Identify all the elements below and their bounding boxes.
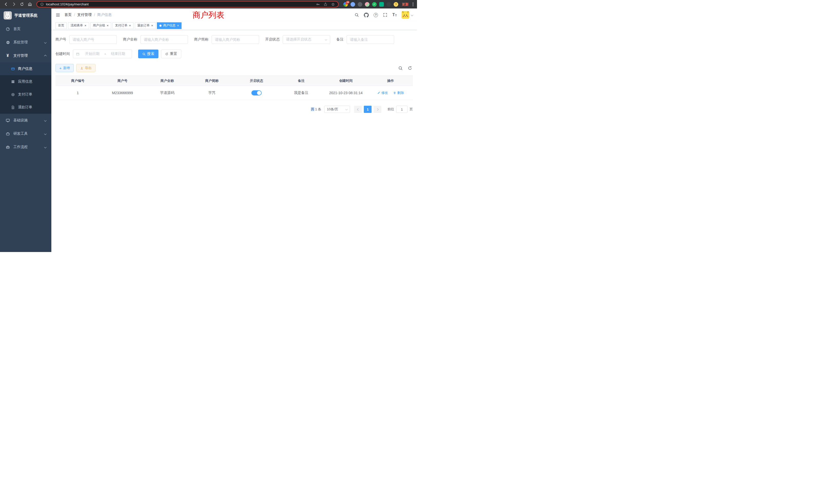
start-date-placeholder: 开始日期 — [81, 51, 104, 56]
breadcrumb-current: 商户信息 — [97, 13, 112, 17]
extension-colorwheel-icon[interactable]: 10 — [343, 2, 348, 7]
sidebar-logo[interactable]: 芋道管理系统 — [0, 8, 51, 22]
tab-user-group[interactable]: 用户分组 × — [90, 22, 111, 29]
password-key-icon[interactable] — [316, 2, 320, 6]
extension-globe-icon[interactable] — [358, 2, 362, 7]
payment-submenu: 商户信息 应用信息 支付订单 退款订单 — [0, 62, 51, 114]
reload-button[interactable] — [19, 1, 25, 8]
sidebar-item-payment[interactable]: ¥ 支付管理 — [0, 49, 51, 62]
user-avatar-menu[interactable] — [401, 11, 413, 19]
sidebar-item-dev-tools[interactable]: 研发工具 — [0, 127, 51, 140]
extension-smiley-icon[interactable]: ツ — [394, 2, 398, 7]
page-1-button[interactable]: 1 — [364, 106, 372, 113]
close-icon[interactable]: × — [177, 24, 179, 27]
col-header: 开启状态 — [234, 76, 279, 86]
breadcrumb-home[interactable]: 首页 — [64, 13, 72, 17]
reset-button[interactable]: 重置 — [161, 49, 181, 58]
edit-link[interactable]: 修改 — [377, 91, 388, 95]
merchant-table: 商户编号 商户号 商户全称 商户简称 开启状态 备注 创建时间 操作 1 M23… — [56, 75, 413, 100]
create-time-range-picker[interactable]: 开始日期 - 结束日期 — [73, 49, 132, 58]
sidebar-item-label: 基础设施 — [13, 118, 28, 123]
range-separator: - — [104, 52, 107, 56]
filter-create-time: 创建时间 开始日期 - 结束日期 — [56, 49, 132, 58]
extension-avatar-icon[interactable] — [365, 2, 370, 7]
github-icon[interactable] — [364, 13, 369, 18]
sidebar-item-refund-order[interactable]: 退款订单 — [0, 101, 51, 114]
col-header: 创建时间 — [324, 76, 368, 86]
sidebar-item-app-info[interactable]: 应用信息 — [0, 75, 51, 88]
sidebar-item-workflow[interactable]: 工作流程 — [0, 140, 51, 154]
sidebar-item-merchant-info[interactable]: 商户信息 — [0, 62, 51, 75]
grid-icon — [10, 80, 16, 84]
extension-pin-icon[interactable] — [387, 2, 391, 7]
breadcrumb-section[interactable]: 支付管理 — [77, 13, 92, 17]
remark-input[interactable] — [347, 35, 394, 44]
table-row: 1 M233666999 芋道源码 芋艿 我是备注 2021-10-23 08:… — [56, 86, 413, 100]
help-icon[interactable]: ? — [374, 13, 378, 17]
fullscreen-icon[interactable] — [383, 13, 388, 17]
browser-menu-icon[interactable] — [412, 2, 414, 7]
tab-refund-order[interactable]: 退款订单 × — [135, 22, 156, 29]
page-size-select[interactable]: 10条/页 — [324, 106, 350, 113]
delete-link[interactable]: 删除 — [393, 91, 404, 95]
top-navbar: 首页 / 支付管理 / 商户信息 ? TT — [51, 8, 417, 21]
sidebar-item-pay-order[interactable]: 支付订单 — [0, 88, 51, 101]
address-bar[interactable]: localhost:1024/pay/merchant — [37, 1, 339, 7]
close-icon[interactable]: × — [151, 24, 153, 27]
share-icon[interactable] — [324, 2, 327, 6]
close-icon[interactable]: × — [85, 24, 87, 27]
forward-button[interactable] — [10, 1, 18, 8]
short-name-input[interactable] — [212, 35, 259, 44]
prev-page-button[interactable] — [354, 106, 362, 113]
close-icon[interactable]: × — [107, 24, 109, 27]
close-icon[interactable]: × — [129, 24, 131, 27]
tab-merchant-info[interactable]: 商户信息 × — [157, 22, 181, 29]
tab-home[interactable]: 首页 — [56, 22, 67, 29]
status-select[interactable]: 请选择开启状态 — [283, 35, 330, 44]
export-button[interactable]: 导出 — [76, 64, 95, 72]
font-size-icon[interactable]: TT — [392, 13, 397, 17]
extension-drop-icon[interactable] — [351, 2, 355, 7]
collapse-sidebar-icon[interactable] — [56, 13, 60, 18]
extension-badge: 10 — [346, 1, 349, 4]
status-toggle[interactable] — [251, 90, 262, 95]
bookmark-star-icon[interactable] — [331, 2, 335, 6]
back-button[interactable] — [3, 1, 9, 8]
sidebar-item-system[interactable]: 系统管理 — [0, 36, 51, 49]
next-page-button[interactable] — [374, 106, 381, 113]
sidebar-item-infrastructure[interactable]: 基础设施 — [0, 114, 51, 127]
cell-merchant-id: 1 — [56, 86, 100, 100]
site-info-icon[interactable] — [40, 2, 44, 6]
col-header: 商户简称 — [190, 76, 234, 86]
sidebar-item-label: 首页 — [13, 27, 21, 31]
add-button[interactable]: + 新增 — [56, 64, 74, 72]
plus-icon: + — [59, 66, 62, 70]
main-area: 首页 / 支付管理 / 商户信息 ? TT — [51, 8, 417, 252]
browser-update-button[interactable]: 更新 — [402, 2, 409, 7]
sidebar-item-home[interactable]: 首页 — [0, 22, 51, 36]
dashboard-icon — [5, 27, 10, 31]
search-icon — [142, 52, 146, 56]
search-icon[interactable] — [354, 13, 359, 17]
home-button[interactable] — [26, 1, 34, 8]
refresh-table-icon[interactable] — [407, 65, 413, 71]
goto-page-input[interactable] — [396, 106, 408, 113]
extension-check-icon[interactable]: ✓ — [372, 2, 377, 7]
full-name-input[interactable] — [140, 35, 188, 44]
tab-process-form[interactable]: 流程表单 × — [68, 22, 89, 29]
app-title: 芋道管理系统 — [14, 13, 38, 18]
chevron-down-icon — [44, 145, 46, 149]
merchant-no-input[interactable] — [69, 35, 117, 44]
field-label: 商户简称 — [194, 37, 208, 42]
toggle-search-icon[interactable] — [397, 65, 403, 71]
extension-note-icon[interactable] — [379, 2, 384, 7]
toolbox-icon — [5, 132, 10, 136]
pagination: 共 1 条 10条/页 1 前往 页 — [56, 106, 413, 113]
col-header: 操作 — [368, 76, 413, 86]
filter-remark: 备注 — [336, 35, 394, 44]
cell-actions: 修改 删除 — [368, 86, 413, 100]
table-header-row: 商户编号 商户号 商户全称 商户简称 开启状态 备注 创建时间 操作 — [56, 76, 413, 86]
document-icon — [10, 106, 16, 109]
tab-pay-order[interactable]: 支付订单 × — [112, 22, 133, 29]
search-button[interactable]: 搜索 — [138, 49, 158, 58]
